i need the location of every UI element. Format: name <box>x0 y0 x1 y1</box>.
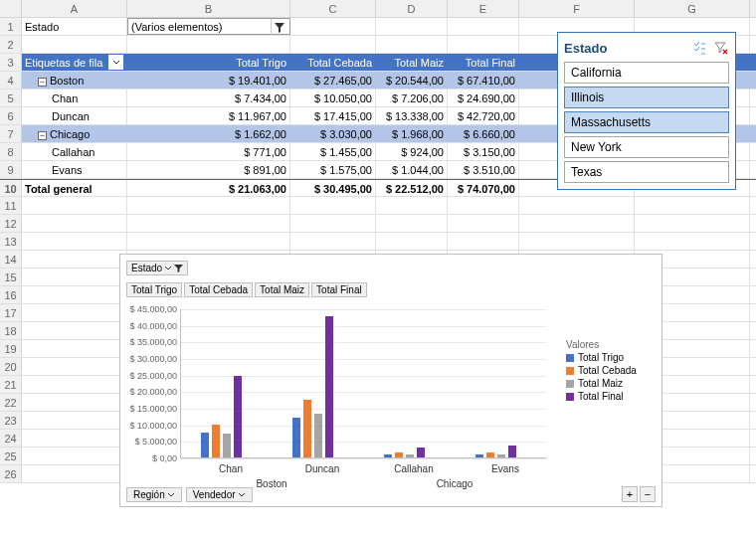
pivot-value[interactable]: $ 1.455,00 <box>290 143 376 160</box>
pivot-chart[interactable]: Estado Total TrigoTotal CebadaTotal Maiz… <box>119 254 662 507</box>
pivot-value[interactable]: $ 6.660,00 <box>448 125 519 142</box>
clear-filter-icon[interactable] <box>713 40 729 56</box>
row-header-15[interactable]: 15 <box>0 269 22 285</box>
cell[interactable] <box>519 215 635 232</box>
cell[interactable] <box>22 448 127 464</box>
col-header-G[interactable]: G <box>635 0 750 17</box>
pivot-value[interactable]: $ 42.720,00 <box>448 107 519 124</box>
grand-total-value[interactable]: $ 21.063,00 <box>127 180 290 196</box>
pivot-value[interactable]: $ 27.465,00 <box>290 72 376 89</box>
cell[interactable] <box>519 233 635 250</box>
cell[interactable] <box>448 197 519 214</box>
pivot-value[interactable]: $ 1.575,00 <box>290 161 376 178</box>
row-header-26[interactable]: 26 <box>0 465 22 482</box>
pivot-value[interactable]: $ 1.662,00 <box>127 125 290 142</box>
col-header-E[interactable]: E <box>448 0 519 17</box>
cell[interactable] <box>22 286 127 303</box>
cell[interactable] <box>635 197 750 214</box>
row-header-2[interactable]: 2 <box>0 36 22 53</box>
grand-total-value[interactable]: $ 22.512,00 <box>376 180 448 196</box>
slicer-estado[interactable]: Estado CaliforniaIllinoisMassachusettsNe… <box>557 32 736 190</box>
grand-total-label[interactable]: Total general <box>22 180 127 196</box>
chart-collapse-button[interactable]: − <box>640 486 656 502</box>
cell[interactable] <box>448 215 519 232</box>
cell[interactable] <box>635 215 750 232</box>
row-header-4[interactable]: 4 <box>0 72 22 89</box>
pivot-col-header[interactable]: Total Final <box>448 54 519 71</box>
cell[interactable] <box>22 197 127 214</box>
pivot-col-header[interactable]: Total Trigo <box>127 54 290 71</box>
row-header-3[interactable]: 3 <box>0 54 22 71</box>
row-header-1[interactable]: 1 <box>0 18 22 35</box>
cell[interactable] <box>376 215 448 232</box>
cell[interactable] <box>127 36 290 53</box>
cell[interactable] <box>22 340 127 357</box>
slicer-item-massachusetts[interactable]: Massachusetts <box>564 111 729 133</box>
cell[interactable] <box>22 465 127 482</box>
cell[interactable] <box>519 197 635 214</box>
row-header-23[interactable]: 23 <box>0 412 22 429</box>
chart-axis-field-button[interactable]: Vendedor <box>186 487 253 502</box>
row-header-16[interactable]: 16 <box>0 286 22 303</box>
cell[interactable] <box>22 430 127 447</box>
cell[interactable] <box>448 36 519 53</box>
cell[interactable] <box>22 412 127 429</box>
pivot-value[interactable]: $ 67.410,00 <box>448 72 519 89</box>
chart-value-button[interactable]: Total Maiz <box>255 282 309 297</box>
pivot-group-row[interactable]: −Chicago <box>22 125 127 142</box>
cell[interactable] <box>22 215 127 232</box>
row-header-11[interactable]: 11 <box>0 197 22 214</box>
row-header-12[interactable]: 12 <box>0 215 22 232</box>
row-header-17[interactable]: 17 <box>0 304 22 321</box>
cell[interactable] <box>22 322 127 339</box>
row-header-20[interactable]: 20 <box>0 358 22 375</box>
pivot-value[interactable]: $ 17.415,00 <box>290 107 376 124</box>
cell[interactable] <box>22 358 127 375</box>
pivot-item-row[interactable]: Chan <box>22 90 127 106</box>
row-header-13[interactable]: 13 <box>0 233 22 250</box>
col-header-A[interactable]: A <box>22 0 127 17</box>
pivot-item-row[interactable]: Evans <box>22 161 127 178</box>
pivot-value[interactable]: $ 13.338,00 <box>376 107 448 124</box>
cell[interactable] <box>290 215 376 232</box>
slicer-item-new-york[interactable]: New York <box>564 136 729 158</box>
cell[interactable] <box>376 36 448 53</box>
pivot-value[interactable]: $ 3.510,00 <box>448 161 519 178</box>
grand-total-value[interactable]: $ 74.070,00 <box>448 180 519 196</box>
cell[interactable] <box>635 233 750 250</box>
pivot-value[interactable]: $ 19.401,00 <box>127 72 290 89</box>
pivot-item-row[interactable]: Callahan <box>22 143 127 160</box>
row-header-9[interactable]: 9 <box>0 161 22 178</box>
pivot-value[interactable]: $ 891,00 <box>127 161 290 178</box>
row-header-19[interactable]: 19 <box>0 340 22 357</box>
pivot-col-header[interactable]: Total Maiz <box>376 54 448 71</box>
pivot-value[interactable]: $ 10.050,00 <box>290 90 376 106</box>
cell[interactable] <box>22 251 127 268</box>
slicer-item-illinois[interactable]: Illinois <box>564 87 729 108</box>
pivot-value[interactable]: $ 7.434,00 <box>127 90 290 106</box>
grand-total-value[interactable]: $ 30.495,00 <box>290 180 376 196</box>
cell[interactable] <box>22 233 127 250</box>
col-header-F[interactable]: F <box>519 0 635 17</box>
chart-filter-estado[interactable]: Estado <box>126 261 188 275</box>
col-header-D[interactable]: D <box>376 0 448 17</box>
cell[interactable] <box>22 376 127 393</box>
cell[interactable] <box>290 233 376 250</box>
pivot-col-header[interactable]: Total Cebada <box>290 54 376 71</box>
cell[interactable] <box>127 215 290 232</box>
pivot-value[interactable]: $ 20.544,00 <box>376 72 448 89</box>
col-header-B[interactable]: B <box>127 0 290 17</box>
filter-field-label[interactable]: Estado <box>22 18 127 35</box>
filter-value-cell[interactable]: (Varios elementos) <box>127 18 290 35</box>
rowlabel-dropdown-icon[interactable] <box>108 55 123 70</box>
cell[interactable] <box>290 36 376 53</box>
multiselect-icon[interactable] <box>691 40 707 56</box>
row-header-14[interactable]: 14 <box>0 251 22 268</box>
cell[interactable] <box>22 269 127 285</box>
pivot-value[interactable]: $ 7.206,00 <box>376 90 448 106</box>
pivot-item-row[interactable]: Duncan <box>22 107 127 124</box>
row-header-21[interactable]: 21 <box>0 376 22 393</box>
cell[interactable] <box>290 197 376 214</box>
pivot-value[interactable]: $ 1.968,00 <box>376 125 448 142</box>
cell[interactable] <box>376 197 448 214</box>
